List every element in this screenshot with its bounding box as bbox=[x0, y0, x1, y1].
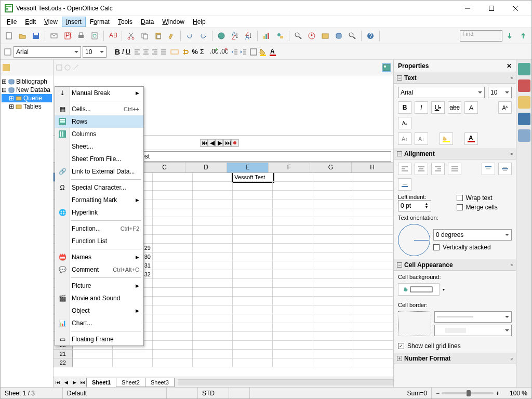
cell[interactable] bbox=[353, 305, 393, 314]
cell[interactable] bbox=[233, 305, 273, 314]
column-header[interactable]: H bbox=[352, 163, 393, 172]
cell[interactable] bbox=[153, 323, 193, 332]
cell[interactable] bbox=[353, 332, 393, 341]
cell[interactable] bbox=[273, 305, 313, 314]
datasources-icon[interactable] bbox=[332, 30, 345, 42]
horizontal-scrollbar[interactable] bbox=[178, 379, 393, 385]
menu-tools[interactable]: Tools bbox=[114, 17, 137, 27]
save-icon[interactable] bbox=[30, 30, 42, 42]
border-icon[interactable] bbox=[250, 48, 257, 56]
prop-font-name[interactable]: Arial bbox=[398, 87, 485, 98]
italic-icon[interactable]: I bbox=[122, 48, 124, 56]
cell[interactable] bbox=[273, 332, 313, 341]
sheet-tab[interactable]: Sheet1 bbox=[86, 378, 116, 387]
styles-icon[interactable] bbox=[4, 48, 12, 56]
orientation-dial[interactable] bbox=[398, 224, 430, 256]
cell[interactable] bbox=[273, 270, 313, 279]
cell[interactable] bbox=[313, 244, 353, 252]
paintbrush-icon[interactable] bbox=[165, 30, 178, 42]
cell[interactable] bbox=[153, 305, 193, 314]
underline-button[interactable]: U▾ bbox=[431, 101, 445, 114]
cell[interactable] bbox=[353, 226, 393, 235]
menu-item-chart[interactable]: 📊Chart... bbox=[55, 317, 143, 329]
grow-font-button[interactable]: A↑ bbox=[398, 132, 411, 145]
cell[interactable] bbox=[313, 235, 353, 244]
cell[interactable] bbox=[313, 332, 353, 341]
cell[interactable] bbox=[273, 200, 313, 208]
align-left-icon[interactable] bbox=[134, 48, 141, 56]
gridlines-checkbox[interactable]: ✓Show cell grid lines bbox=[398, 342, 512, 350]
section-menu-icon[interactable]: ▫ bbox=[511, 261, 513, 269]
cell[interactable] bbox=[353, 323, 393, 332]
cell[interactable] bbox=[193, 252, 233, 261]
cell[interactable] bbox=[153, 252, 193, 261]
cell[interactable] bbox=[153, 279, 193, 288]
cell[interactable] bbox=[193, 341, 233, 350]
decrease-indent-icon[interactable] bbox=[231, 48, 238, 56]
cell[interactable] bbox=[273, 226, 313, 235]
tab-first-icon[interactable]: ⏮ bbox=[54, 378, 62, 387]
italic-button[interactable]: I bbox=[415, 101, 428, 114]
help-icon[interactable]: ? bbox=[364, 30, 377, 42]
close-button[interactable] bbox=[503, 1, 527, 16]
degrees-combo[interactable]: 0 degrees bbox=[433, 229, 512, 241]
cell[interactable] bbox=[233, 332, 273, 341]
section-menu-icon[interactable]: ▫ bbox=[511, 74, 513, 82]
cell[interactable] bbox=[233, 252, 273, 261]
menu-item-rows[interactable]: Rows bbox=[55, 115, 143, 128]
db-save-icon[interactable] bbox=[3, 64, 10, 71]
text-section-header[interactable]: − Text ▫ bbox=[394, 72, 516, 84]
undo-icon[interactable] bbox=[183, 30, 196, 42]
border-color-combo[interactable] bbox=[434, 325, 512, 336]
cell[interactable] bbox=[113, 350, 153, 358]
halign-right[interactable] bbox=[431, 163, 445, 175]
find-next-icon[interactable] bbox=[503, 30, 516, 42]
merge-cells-icon[interactable] bbox=[170, 48, 179, 56]
menu-item-names[interactable]: 📛Names▶ bbox=[55, 251, 143, 263]
cell[interactable] bbox=[193, 279, 233, 288]
insert-mode[interactable]: STD bbox=[198, 388, 229, 398]
menu-item-manualbreak[interactable]: ⤓Manual Break▶ bbox=[55, 87, 143, 99]
cell[interactable] bbox=[233, 270, 273, 279]
column-header[interactable]: G bbox=[310, 163, 352, 172]
cell[interactable] bbox=[273, 279, 313, 288]
cell[interactable] bbox=[273, 173, 313, 182]
column-header[interactable]: E bbox=[227, 163, 269, 172]
cell[interactable] bbox=[153, 173, 193, 182]
menu-item-formattingmark[interactable]: Formatting Mark▶ bbox=[55, 194, 143, 206]
copy-icon[interactable] bbox=[138, 30, 151, 42]
cell[interactable] bbox=[233, 350, 273, 358]
sort-desc-icon[interactable]: ZA bbox=[242, 30, 255, 42]
cell[interactable] bbox=[233, 244, 273, 252]
menu-item-floatingframe[interactable]: ▭Floating Frame bbox=[55, 333, 143, 345]
tab-next-icon[interactable]: ▶ bbox=[70, 378, 78, 387]
spellcheck-icon[interactable]: ABC bbox=[107, 30, 119, 42]
sort-asc-icon[interactable]: AZ bbox=[229, 30, 241, 42]
add-decimal-icon[interactable]: .00+ bbox=[209, 48, 218, 56]
valign-middle[interactable] bbox=[498, 163, 512, 175]
menu-edit[interactable]: Edit bbox=[21, 17, 40, 27]
menu-item-specialcharacter[interactable]: ΩSpecial Character... bbox=[55, 181, 143, 194]
cell[interactable] bbox=[353, 270, 393, 279]
left-indent-spinner[interactable]: 0 pt▲▼ bbox=[398, 200, 431, 211]
cell[interactable] bbox=[313, 297, 353, 305]
percent-icon[interactable]: % bbox=[192, 48, 198, 56]
cell[interactable] bbox=[353, 341, 393, 350]
remove-decimal-icon[interactable]: .00× bbox=[219, 48, 228, 56]
cell[interactable] bbox=[353, 173, 393, 182]
redo-icon[interactable] bbox=[197, 30, 209, 42]
hyperlink-icon[interactable] bbox=[215, 30, 228, 42]
super-button[interactable]: Aᴬ bbox=[498, 101, 512, 114]
cell[interactable] bbox=[193, 200, 233, 208]
menu-format[interactable]: Format bbox=[86, 17, 114, 27]
cell[interactable] bbox=[313, 200, 353, 208]
border-style-combo[interactable] bbox=[434, 311, 512, 323]
cell[interactable] bbox=[273, 252, 313, 261]
cell[interactable] bbox=[233, 314, 273, 323]
cell[interactable] bbox=[233, 235, 273, 244]
cell[interactable] bbox=[353, 297, 393, 305]
cell[interactable] bbox=[313, 288, 353, 297]
tool-icon[interactable] bbox=[64, 64, 71, 71]
cell[interactable] bbox=[153, 244, 193, 252]
cell[interactable] bbox=[193, 217, 233, 226]
